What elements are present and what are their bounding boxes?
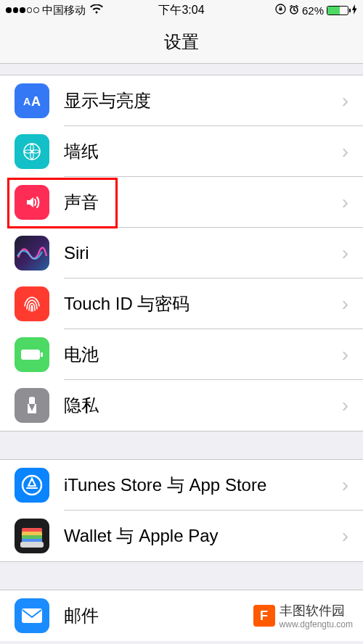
battery-icon [327, 6, 348, 15]
row-privacy[interactable]: 隐私 › [0, 380, 363, 431]
row-sound[interactable]: 声音 › [0, 177, 363, 228]
svg-rect-6 [21, 350, 40, 360]
battery-icon [15, 337, 49, 372]
appstore-icon [15, 468, 49, 503]
chevron-right-icon: › [342, 89, 348, 112]
sound-icon [15, 185, 49, 220]
row-label: 墙纸 [64, 140, 342, 163]
row-label: Wallet 与 Apple Pay [64, 524, 342, 548]
chevron-right-icon: › [342, 292, 348, 315]
mail-icon [15, 598, 49, 633]
charging-icon [351, 4, 357, 17]
row-battery[interactable]: 电池 › [0, 329, 363, 380]
battery-pct: 62% [302, 4, 324, 17]
row-label: iTunes Store 与 App Store [64, 474, 342, 497]
svg-rect-15 [20, 542, 44, 548]
chevron-right-icon: › [342, 524, 348, 548]
display-brightness-icon: AA [15, 83, 49, 118]
svg-text:A: A [31, 94, 41, 109]
group-separator [0, 561, 363, 590]
row-label: 电池 [64, 343, 342, 366]
watermark-url: www.dgfengtu.com [280, 619, 353, 629]
row-label: Touch ID 与密码 [64, 292, 342, 315]
touchid-icon [15, 286, 49, 321]
chevron-right-icon: › [342, 140, 348, 163]
watermark-text: 丰图软件园 [280, 602, 353, 619]
status-right: 62% [275, 4, 357, 17]
svg-rect-9 [31, 408, 33, 410]
nav-header: 设置 [0, 20, 363, 64]
status-time: 下午3:04 [158, 3, 204, 18]
orientation-lock-icon [275, 4, 286, 17]
row-siri[interactable]: Siri › [0, 228, 363, 278]
privacy-icon [15, 388, 49, 423]
svg-rect-7 [41, 352, 43, 357]
row-label: 显示与亮度 [64, 89, 342, 112]
svg-text:A: A [23, 96, 30, 107]
svg-rect-16 [22, 608, 42, 623]
page-title: 设置 [164, 30, 199, 54]
siri-icon [15, 236, 49, 271]
row-label: 隐私 [64, 394, 342, 417]
group-separator [0, 64, 363, 75]
wifi-icon [90, 4, 103, 17]
row-label: Siri [64, 243, 342, 263]
watermark-logo-icon: F [253, 605, 275, 627]
chevron-right-icon: › [342, 242, 348, 265]
row-wallet-applepay[interactable]: Wallet 与 Apple Pay › [0, 511, 363, 561]
group-separator [0, 431, 363, 460]
chevron-right-icon: › [342, 474, 348, 497]
row-display-brightness[interactable]: AA 显示与亮度 › [0, 75, 363, 126]
row-touchid-passcode[interactable]: Touch ID 与密码 › [0, 278, 363, 329]
status-bar: 中国移动 下午3:04 62% [0, 0, 363, 20]
carrier-label: 中国移动 [42, 4, 86, 17]
signal-strength-icon [6, 7, 39, 13]
row-itunes-appstore[interactable]: iTunes Store 与 App Store › [0, 460, 363, 511]
chevron-right-icon: › [342, 191, 348, 214]
alarm-icon [289, 4, 299, 17]
wallpaper-icon [15, 134, 49, 169]
settings-group: AA 显示与亮度 › 墙纸 › 声音 › Siri › Touch ID 与密码 [0, 75, 363, 431]
row-wallpaper[interactable]: 墙纸 › [0, 126, 363, 177]
settings-group: iTunes Store 与 App Store › Wallet 与 Appl… [0, 460, 363, 561]
watermark: F 丰图软件园 www.dgfengtu.com [249, 600, 357, 631]
chevron-right-icon: › [342, 343, 348, 366]
chevron-right-icon: › [342, 394, 348, 417]
row-label: 声音 [64, 191, 342, 214]
status-left: 中国移动 [6, 4, 103, 17]
wallet-icon [15, 519, 49, 553]
